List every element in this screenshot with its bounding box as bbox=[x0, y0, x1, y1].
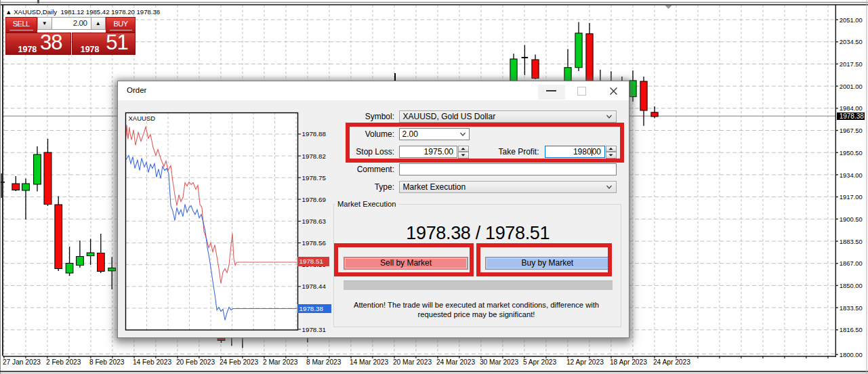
svg-text:1978.31: 1978.31 bbox=[302, 325, 326, 333]
svg-text:2051.00: 2051.00 bbox=[840, 16, 863, 24]
svg-text:1967.50: 1967.50 bbox=[840, 127, 863, 134]
svg-text:30 Mar 2023: 30 Mar 2023 bbox=[480, 358, 519, 366]
svg-text:2 Feb 2023: 2 Feb 2023 bbox=[46, 358, 81, 366]
svg-text:1867.00: 1867.00 bbox=[840, 259, 863, 267]
svg-text:1978.56: 1978.56 bbox=[302, 239, 327, 247]
svg-text:1917.00: 1917.00 bbox=[840, 193, 863, 201]
svg-text:12 Apr 2023: 12 Apr 2023 bbox=[566, 358, 604, 366]
svg-text:1950.50: 1950.50 bbox=[840, 149, 863, 157]
svg-text:1978.69: 1978.69 bbox=[302, 195, 326, 203]
svg-text:1833.50: 1833.50 bbox=[840, 304, 863, 312]
svg-text:XAUUSD: XAUUSD bbox=[129, 114, 156, 121]
svg-text:2017.50: 2017.50 bbox=[840, 60, 863, 68]
svg-text:20 Mar 2023: 20 Mar 2023 bbox=[393, 358, 432, 366]
svg-text:2034.50: 2034.50 bbox=[840, 38, 863, 45]
svg-text:1816.50: 1816.50 bbox=[840, 326, 863, 333]
svg-text:1883.50: 1883.50 bbox=[840, 238, 863, 245]
svg-text:20 Feb 2023: 20 Feb 2023 bbox=[176, 358, 215, 366]
svg-text:1800.00: 1800.00 bbox=[840, 351, 863, 358]
svg-text:24 Apr 2023: 24 Apr 2023 bbox=[653, 358, 690, 366]
svg-text:1900.50: 1900.50 bbox=[840, 215, 863, 223]
svg-text:2001.00: 2001.00 bbox=[840, 83, 863, 90]
svg-text:1934.00: 1934.00 bbox=[840, 171, 863, 179]
svg-text:14 Feb 2023: 14 Feb 2023 bbox=[133, 358, 172, 366]
svg-text:8 Mar 2023: 8 Mar 2023 bbox=[306, 358, 342, 366]
svg-text:5 Apr 2023: 5 Apr 2023 bbox=[523, 358, 557, 366]
svg-text:1978.63: 1978.63 bbox=[302, 217, 327, 224]
svg-text:18 Apr 2023: 18 Apr 2023 bbox=[610, 358, 647, 366]
svg-text:1984.00: 1984.00 bbox=[840, 104, 863, 112]
svg-text:2 Mar 2023: 2 Mar 2023 bbox=[263, 358, 298, 366]
svg-text:24 Feb 2023: 24 Feb 2023 bbox=[220, 358, 259, 366]
svg-text:27 Jan 2023: 27 Jan 2023 bbox=[3, 358, 41, 366]
svg-text:1978.44: 1978.44 bbox=[302, 283, 327, 290]
svg-text:24 Mar 2023: 24 Mar 2023 bbox=[436, 358, 476, 366]
svg-text:1850.00: 1850.00 bbox=[840, 282, 863, 289]
svg-text:8 Feb 2023: 8 Feb 2023 bbox=[89, 358, 125, 366]
svg-text:14 Mar 2023: 14 Mar 2023 bbox=[350, 358, 389, 366]
